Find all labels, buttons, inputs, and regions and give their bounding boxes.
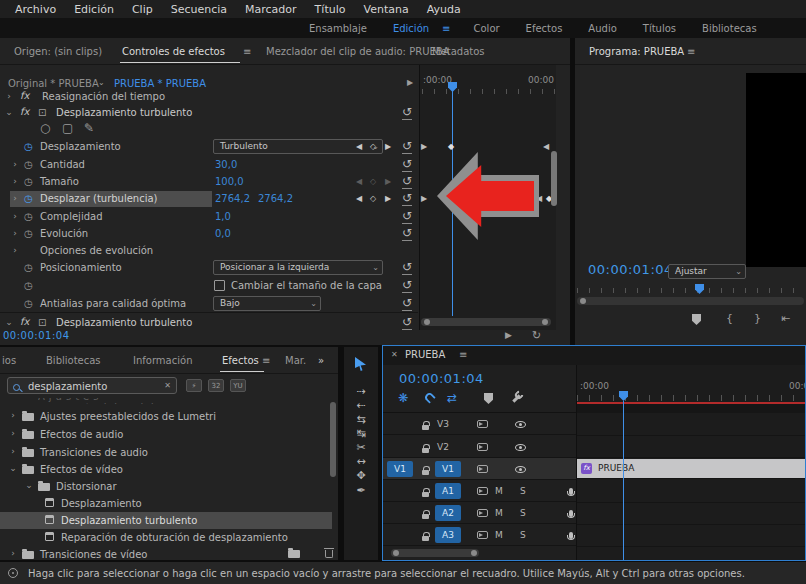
add-marker-icon[interactable] <box>484 393 493 404</box>
selection-tool[interactable] <box>355 357 366 371</box>
reset-icon[interactable]: ↺ <box>402 191 412 206</box>
chevron-down-icon[interactable]: ⌄ <box>98 78 105 87</box>
sequence-tab[interactable]: PRUEBA <box>405 349 445 360</box>
kf-add-icon[interactable]: ◇ <box>370 177 376 186</box>
menu-ayuda[interactable]: Ayuda <box>418 3 470 16</box>
kf-prev-icon[interactable]: ◀ <box>356 194 362 203</box>
desplazar-x-value[interactable]: 2764,2 <box>215 193 250 204</box>
workspace-color[interactable]: Color <box>461 23 513 34</box>
search-box[interactable]: desplazamiento ✕ <box>7 377 177 394</box>
track-target-v1[interactable]: V1 <box>435 461 461 477</box>
resize-layer-checkbox[interactable] <box>214 280 225 291</box>
reset-icon[interactable]: ↺ <box>402 296 412 311</box>
menu-edicion[interactable]: Edición <box>65 3 123 16</box>
snap-magnet-icon[interactable] <box>423 391 436 404</box>
tree-item-reparacion-obturacion[interactable]: Reparación de obturación de desplazamien… <box>0 529 338 546</box>
reset-icon[interactable]: ↺ <box>402 139 412 154</box>
twirl-open-icon[interactable]: ⌄ <box>4 317 14 327</box>
ec-horizontal-scrollbar[interactable] <box>421 318 551 326</box>
kf-more-left-icon[interactable]: ▶ <box>421 142 427 151</box>
panel-menu-icon[interactable]: ≡ <box>262 355 270 366</box>
tree-item-desplazamiento[interactable]: Desplazamiento <box>0 495 338 512</box>
timeline-track-area[interactable]: :00:00 00:00 fx PRUEBA <box>576 365 805 560</box>
keyframe-diamond[interactable]: ◆ <box>448 142 454 151</box>
kf-add-icon[interactable]: ◇ <box>370 142 376 151</box>
timeline-h-scrollbar[interactable] <box>391 549 479 557</box>
menu-archivo[interactable]: Archivo <box>6 3 65 16</box>
twirl-closed-icon[interactable]: › <box>8 446 18 456</box>
reset-icon[interactable]: ↺ <box>402 315 412 330</box>
workspace-efectos[interactable]: Efectos <box>513 23 576 34</box>
tab-overflow-icon[interactable]: » <box>318 355 324 366</box>
pen-tool[interactable]: ✒ <box>344 484 378 497</box>
reset-icon[interactable]: ↺ <box>402 260 412 275</box>
twirl-closed-icon[interactable]: › <box>10 228 20 238</box>
lock-icon[interactable] <box>422 448 429 453</box>
mute-button[interactable]: M <box>495 486 503 496</box>
posicionamiento-dropdown[interactable]: Posicionar a la izquierda⌄ <box>213 260 383 275</box>
accelerated-effects-badge-icon[interactable]: ⚡ <box>186 379 202 392</box>
stopwatch-icon[interactable]: ◷ <box>24 298 33 309</box>
twirl-open-icon[interactable]: ⌄ <box>8 463 18 473</box>
track-label[interactable]: V2 <box>437 442 449 452</box>
stopwatch-icon[interactable]: ◷ <box>24 262 33 273</box>
source-patch-icon[interactable] <box>477 443 488 451</box>
razor-tool[interactable]: ✂ <box>344 441 378 454</box>
stopwatch-icon[interactable]: ◷ <box>24 280 33 291</box>
twirl-closed-icon[interactable]: › <box>8 548 18 558</box>
solo-button[interactable]: S <box>520 486 526 496</box>
track-select-forward-tool[interactable]: ⇢ <box>344 385 378 398</box>
stopwatch-icon[interactable]: ◷ <box>24 159 33 170</box>
lock-icon[interactable] <box>422 492 429 497</box>
row-desplazar-turbulencia[interactable]: › ◷ Desplazar (turbulencia) 2764,2 2764,… <box>0 191 418 207</box>
kf-next-icon[interactable]: ▶ <box>385 177 391 186</box>
mute-button[interactable]: M <box>495 508 503 518</box>
pen-mask-icon[interactable]: ✎ <box>84 121 94 135</box>
workspace-ensamblaje[interactable]: Ensamblaje <box>296 23 380 34</box>
timeline-clip-prueba[interactable]: fx PRUEBA <box>577 459 806 479</box>
zoom-level-dropdown[interactable]: Ajustar⌄ <box>668 264 746 279</box>
twirl-open-icon[interactable]: ⌄ <box>24 480 34 490</box>
add-marker-icon[interactable] <box>692 314 701 325</box>
tab-bibliotecas[interactable]: Bibliotecas <box>46 355 101 366</box>
menu-titulo[interactable]: Título <box>306 3 355 16</box>
show-timeline-icon[interactable]: ▶ <box>407 78 413 87</box>
mark-in-icon[interactable]: { <box>726 312 733 325</box>
ec-ruler-ticks[interactable] <box>422 89 555 94</box>
track-target-a1[interactable]: A1 <box>435 483 461 499</box>
tab-controles-de-efectos[interactable]: Controles de efectos <box>122 46 225 57</box>
menu-secuencia[interactable]: Secuencia <box>162 3 236 16</box>
tree-item-efectos-video[interactable]: ⌄ Efectos de vídeo <box>0 461 338 478</box>
evolucion-value[interactable]: 0,0 <box>215 228 231 239</box>
32bit-effects-badge-icon[interactable]: 32 <box>208 379 224 392</box>
stopwatch-icon[interactable]: ◷ <box>24 176 33 187</box>
slide-tool[interactable]: ✥ <box>344 469 378 482</box>
tab-clipped[interactable]: ios <box>2 355 16 366</box>
slip-tool[interactable]: ↔ <box>344 455 378 468</box>
ellipse-mask-icon[interactable]: ○ <box>40 121 50 135</box>
twirl-closed-icon[interactable]: › <box>10 193 20 203</box>
program-scrollbar[interactable] <box>577 297 804 305</box>
rate-stretch-tool[interactable]: ↹ <box>344 427 378 440</box>
delete-icon[interactable] <box>325 550 333 558</box>
track-output-eye-icon[interactable] <box>515 421 526 428</box>
row-effect-turbulent-displace[interactable]: ⌄ fx ⊡ Desplazamiento turbulento ↺ <box>0 105 418 121</box>
panel-menu-icon[interactable]: ≡ <box>243 46 251 57</box>
track-label[interactable]: V3 <box>437 419 449 429</box>
source-patch-icon[interactable] <box>477 420 488 428</box>
tree-item-efectos-audio[interactable]: › Efectos de audio <box>0 426 338 443</box>
stopwatch-icon[interactable]: ◷ <box>24 193 33 204</box>
kf-next-icon[interactable]: ▶ <box>385 194 391 203</box>
reset-icon[interactable]: ↺ <box>402 278 412 293</box>
voiceover-mic-icon[interactable] <box>569 488 573 495</box>
kf-more-right-icon[interactable]: ◀ <box>543 142 549 151</box>
tab-metadatos[interactable]: Metadatos <box>432 46 485 57</box>
cantidad-value[interactable]: 30,0 <box>215 159 237 170</box>
timeline-settings-icon[interactable] <box>511 391 523 403</box>
tree-item-transiciones-audio[interactable]: › Transiciones de audio <box>0 444 338 461</box>
twirl-closed-icon[interactable]: › <box>4 91 14 101</box>
menu-ventana[interactable]: Ventana <box>354 3 417 16</box>
track-output-eye-icon[interactable] <box>515 466 526 473</box>
reset-icon[interactable]: ↺ <box>402 226 412 241</box>
lock-icon[interactable] <box>422 536 429 541</box>
